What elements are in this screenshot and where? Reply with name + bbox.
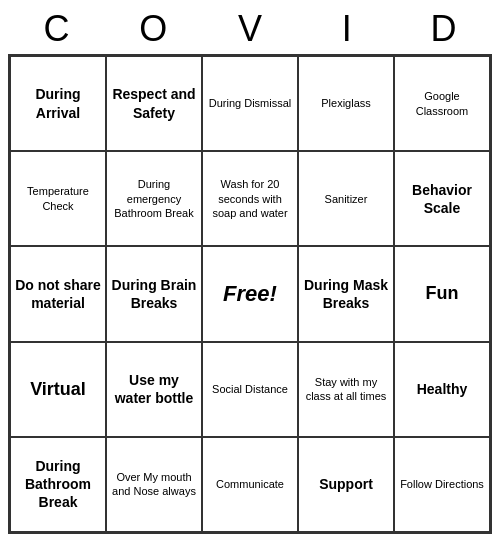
bingo-cell-13: During Mask Breaks	[298, 246, 394, 341]
bingo-header: COVID	[8, 8, 492, 50]
bingo-cell-8: Sanitizer	[298, 151, 394, 246]
bingo-cell-9: Behavior Scale	[394, 151, 490, 246]
bingo-cell-24: Follow Directions	[394, 437, 490, 532]
bingo-cell-22: Communicate	[202, 437, 298, 532]
bingo-cell-7: Wash for 20 seconds with soap and water	[202, 151, 298, 246]
bingo-cell-10: Do not share material	[10, 246, 106, 341]
bingo-cell-15: Virtual	[10, 342, 106, 437]
bingo-cell-16: Use my water bottle	[106, 342, 202, 437]
header-letter: O	[110, 8, 196, 50]
bingo-cell-18: Stay with my class at all times	[298, 342, 394, 437]
bingo-cell-3: Plexiglass	[298, 56, 394, 151]
bingo-cell-21: Over My mouth and Nose always	[106, 437, 202, 532]
bingo-cell-2: During Dismissal	[202, 56, 298, 151]
bingo-cell-4: Google Classroom	[394, 56, 490, 151]
bingo-cell-6: During emergency Bathroom Break	[106, 151, 202, 246]
bingo-cell-23: Support	[298, 437, 394, 532]
bingo-cell-0: During Arrival	[10, 56, 106, 151]
bingo-cell-11: During Brain Breaks	[106, 246, 202, 341]
bingo-cell-14: Fun	[394, 246, 490, 341]
bingo-cell-5: Temperature Check	[10, 151, 106, 246]
header-letter: V	[207, 8, 293, 50]
header-letter: D	[401, 8, 487, 50]
header-letter: C	[13, 8, 99, 50]
header-letter: I	[304, 8, 390, 50]
bingo-cell-20: During Bathroom Break	[10, 437, 106, 532]
bingo-grid: During ArrivalRespect and SafetyDuring D…	[8, 54, 492, 534]
bingo-cell-17: Social Distance	[202, 342, 298, 437]
bingo-cell-19: Healthy	[394, 342, 490, 437]
bingo-cell-1: Respect and Safety	[106, 56, 202, 151]
bingo-cell-12: Free!	[202, 246, 298, 341]
